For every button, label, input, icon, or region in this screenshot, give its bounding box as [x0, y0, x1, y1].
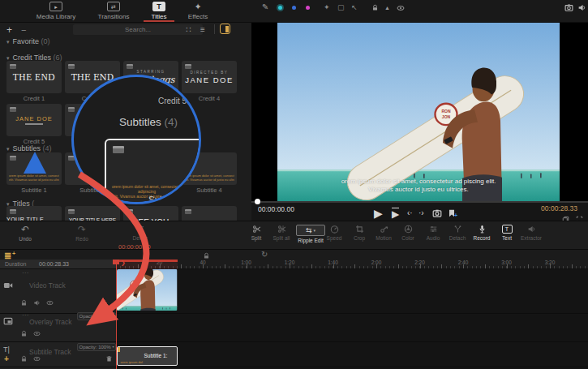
timeline-ruler[interactable]: 20 40 1:00 1:20 1:40 2:00 2:20 2:40 3:00…	[116, 260, 588, 269]
type-badge-icon	[68, 107, 75, 112]
eye-icon[interactable]	[46, 299, 54, 307]
title-card-4[interactable]: YOUR TITLE	[182, 206, 237, 221]
ripple-icon: ⇆	[306, 227, 312, 234]
eye-icon[interactable]	[33, 355, 41, 363]
snapshot-button[interactable]	[432, 208, 442, 218]
overlay-track-name: Overlay Track	[29, 318, 71, 326]
track-menu-icon[interactable]: ⋯	[22, 312, 28, 319]
snapshot-icon[interactable]	[564, 3, 573, 12]
timeline: ≣ + ↻ Duration 00:00:28.33 20 40 1:00 1:…	[0, 250, 588, 369]
microphone-icon	[478, 225, 487, 234]
title-card-2[interactable]: YOUR TITLE HEREYOUR TEXT HERE	[65, 206, 120, 221]
section-favorite[interactable]: ▾Favorite (0)	[6, 37, 50, 45]
magenta-dot-icon[interactable]	[306, 6, 310, 10]
svg-text:RON: RON	[441, 109, 451, 114]
filmora-app-window: ▸ Media Library ⇄ Transitions T Titles ✦…	[0, 0, 588, 369]
box-tool-icon[interactable]: ▢	[337, 4, 345, 11]
ruler-tick: 1:40	[328, 260, 338, 265]
card-label: Subtitle 1	[6, 187, 62, 194]
star-tool-icon[interactable]: ✦	[324, 4, 330, 11]
lock-icon[interactable]	[20, 355, 28, 363]
cursor-tool-icon[interactable]: ↖	[351, 4, 358, 11]
playhead-line[interactable]	[116, 260, 118, 369]
effects-wand-icon: ✦	[191, 2, 204, 11]
clip-tiny-text: orem ipsum dol	[121, 360, 143, 364]
tab-effects[interactable]: ✦ Effects	[174, 2, 222, 20]
pen-icon[interactable]: ✎	[262, 3, 268, 11]
title-card-1[interactable]: YOUR TITLE HERE	[6, 206, 62, 221]
trash-icon[interactable]	[105, 355, 113, 363]
previous-frame-button[interactable]: ‹·	[407, 209, 413, 217]
triangle-icon[interactable]: ▲	[384, 5, 390, 11]
add-icon[interactable]: +	[6, 25, 12, 35]
sort-icon[interactable]: ≡	[200, 26, 205, 34]
overlay-track-icon	[3, 316, 13, 326]
track-menu-icon[interactable]: ⋯	[22, 270, 28, 277]
tab-media-library[interactable]: ▸ Media Library	[28, 2, 84, 20]
redo-button[interactable]: ↷Redo	[67, 225, 97, 242]
credit-card-4[interactable]: DIRECTED BYJANE DOE	[182, 61, 237, 93]
eye-icon[interactable]	[33, 330, 41, 337]
delete-button[interactable]: Delete	[126, 225, 155, 241]
ruler-tick: 2:00	[371, 260, 382, 265]
credit-card-1[interactable]: THE END	[6, 61, 62, 93]
scissors-all-icon	[277, 225, 286, 234]
type-badge-icon	[10, 156, 16, 161]
media-library-icon: ▸	[49, 2, 62, 11]
total-timecode: 00:00:28.33	[503, 204, 577, 212]
titles-icon: T	[152, 2, 165, 11]
grid-view-icon[interactable]: ∷	[186, 26, 191, 34]
card-label: Subtitle 4	[182, 187, 237, 194]
crop-icon	[355, 225, 364, 234]
eye-icon[interactable]	[397, 4, 405, 12]
speaker-icon[interactable]	[577, 3, 586, 12]
stop-button[interactable]: ▶	[392, 208, 399, 219]
type-badge-icon	[113, 146, 124, 153]
lock-icon[interactable]	[20, 299, 28, 307]
ruler-tick: 1:20	[285, 260, 295, 265]
title-card-3[interactable]: SEE YOU	[123, 206, 178, 221]
undo-button[interactable]: ↶Undo	[11, 225, 40, 242]
chevron-down-icon: ▾	[6, 55, 10, 61]
subtitle-opacity-select[interactable]: Opacity: 100%▾	[77, 343, 116, 351]
active-tab-underline	[144, 20, 174, 22]
overlay-opacity-select[interactable]: Opacity: 100%▾	[77, 312, 116, 320]
remove-icon[interactable]: −	[21, 26, 26, 35]
tab-label: Transitions	[98, 13, 130, 20]
subtitle-clip[interactable]: Subtitle 1: orem ipsum dol	[117, 346, 178, 366]
playhead-timecode: 00:00:00.00	[118, 243, 151, 251]
tab-label: Effects	[188, 13, 208, 20]
credit-card-5[interactable]: JANE DOE	[6, 104, 62, 136]
ruler-tick: 40	[200, 260, 205, 265]
card-label: Credit 4	[182, 95, 237, 102]
play-button[interactable]: ▶	[374, 208, 383, 219]
lock-icon[interactable]	[371, 4, 379, 11]
add-subtitle-icon[interactable]: +	[4, 355, 9, 363]
split-all-button[interactable]: Split all	[267, 225, 296, 241]
chevron-down-icon: ▾	[6, 39, 10, 45]
timeline-lock-icon[interactable]	[203, 252, 210, 260]
panel-toggle-icon[interactable]	[220, 24, 230, 34]
mute-icon[interactable]	[33, 299, 41, 307]
next-frame-button[interactable]: ·›	[418, 209, 424, 217]
search-input[interactable]	[73, 24, 203, 35]
card-label: Credit 1	[6, 95, 62, 102]
redo-icon: ↷	[78, 225, 86, 234]
chevron-down-icon: ▾	[113, 345, 114, 349]
lock-icon[interactable]	[20, 330, 28, 337]
tab-transitions[interactable]: ⇄ Transitions	[85, 2, 142, 20]
section-subtitles[interactable]: ▾Subtitles (4)	[6, 144, 52, 152]
cyan-dot-icon[interactable]	[278, 6, 282, 10]
blue-dot-icon[interactable]	[292, 6, 296, 10]
clip-area[interactable]	[116, 269, 588, 369]
tab-label: Media Library	[36, 13, 75, 20]
subtitle-card-1[interactable]: orem ipsum dolor sit amet, consectetur a…	[6, 152, 62, 185]
ruler-tick: 2:20	[414, 260, 425, 265]
render-icon[interactable]: ↻	[261, 251, 268, 259]
top-header: ▸ Media Library ⇄ Transitions T Titles ✦…	[0, 0, 588, 23]
extractor-button[interactable]: Extractor	[514, 225, 548, 241]
ruler-tick: 1:00	[241, 260, 251, 265]
video-clip[interactable]	[117, 269, 178, 311]
seek-handle[interactable]	[255, 199, 260, 204]
seek-bar[interactable]	[251, 201, 588, 203]
